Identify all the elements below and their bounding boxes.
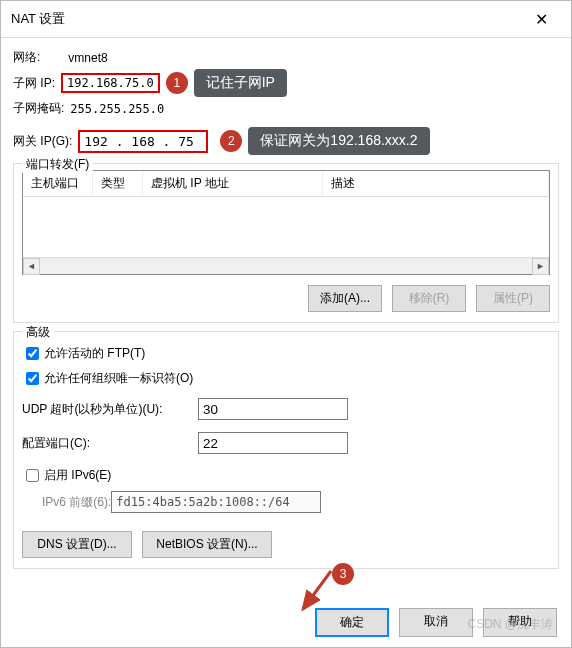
advanced-legend: 高级 [22,324,54,341]
network-label: 网络: [13,49,40,66]
port-forward-legend: 端口转发(F) [22,156,93,173]
enable-ipv6-checkbox[interactable]: 启用 IPv6(E) [22,466,550,485]
ftp-checkbox-input[interactable] [26,347,39,360]
annotation-badge-1: 1 [166,72,188,94]
subnet-mask-label: 子网掩码: [13,100,64,117]
udp-timeout-label: UDP 超时(以秒为单位)(U): [22,401,192,418]
col-host-port[interactable]: 主机端口 [23,171,93,196]
add-button[interactable]: 添加(A)... [308,285,382,312]
ipv6-prefix-input [111,491,321,513]
ipv6-checkbox-input[interactable] [26,469,39,482]
col-type[interactable]: 类型 [93,171,143,196]
network-value: vmnet8 [68,51,107,65]
oui-checkbox-input[interactable] [26,372,39,385]
help-button[interactable]: 帮助 [483,608,557,637]
config-port-input[interactable] [198,432,348,454]
scroll-right-icon[interactable]: ► [532,258,549,275]
annotation-badge-2: 2 [220,130,242,152]
annotation-badge-3: 3 [332,563,354,585]
gateway-input[interactable] [78,130,208,153]
annotation-callout-1: 记住子网IP [194,69,287,97]
col-desc[interactable]: 描述 [323,171,549,196]
scroll-left-icon[interactable]: ◄ [23,258,40,275]
allow-active-ftp-checkbox[interactable]: 允许活动的 FTP(T) [22,344,550,363]
subnet-mask-value: 255.255.255.0 [70,102,164,116]
port-forward-group: 端口转发(F) 主机端口 类型 虚拟机 IP 地址 描述 ◄ ► 添加(A)..… [13,163,559,323]
oui-checkbox-label: 允许任何组织唯一标识符(O) [44,370,193,387]
remove-button: 移除(R) [392,285,466,312]
ipv6-checkbox-label: 启用 IPv6(E) [44,467,111,484]
dns-settings-button[interactable]: DNS 设置(D)... [22,531,132,558]
netbios-settings-button[interactable]: NetBIOS 设置(N)... [142,531,272,558]
close-icon[interactable]: ✕ [521,7,561,31]
properties-button: 属性(P) [476,285,550,312]
annotation-callout-2: 保证网关为192.168.xxx.2 [248,127,429,155]
config-port-label: 配置端口(C): [22,435,192,452]
ipv6-prefix-label: IPv6 前缀(6): [42,494,111,511]
subnet-ip-label: 子网 IP: [13,75,55,92]
horizontal-scrollbar[interactable]: ◄ ► [23,257,549,274]
allow-any-oui-checkbox[interactable]: 允许任何组织唯一标识符(O) [22,369,550,388]
ok-button[interactable]: 确定 [315,608,389,637]
subnet-ip-value: 192.168.75.0 [61,73,160,93]
dialog-title: NAT 设置 [11,10,65,28]
col-vm-ip[interactable]: 虚拟机 IP 地址 [143,171,323,196]
gateway-label: 网关 IP(G): [13,133,72,150]
advanced-group: 高级 允许活动的 FTP(T) 允许任何组织唯一标识符(O) UDP 超时(以秒… [13,331,559,569]
cancel-button[interactable]: 取消 [399,608,473,637]
udp-timeout-input[interactable] [198,398,348,420]
ftp-checkbox-label: 允许活动的 FTP(T) [44,345,145,362]
port-forward-table[interactable]: 主机端口 类型 虚拟机 IP 地址 描述 ◄ ► [22,170,550,275]
